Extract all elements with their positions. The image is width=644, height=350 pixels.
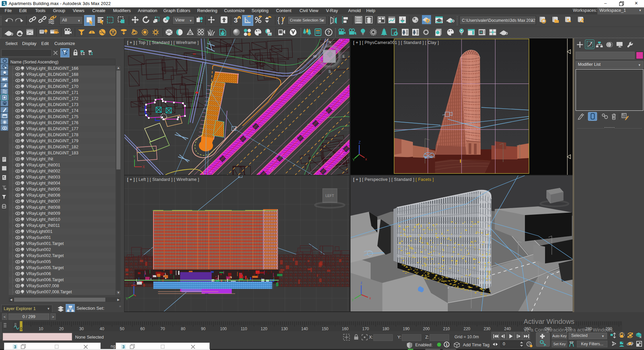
svg-text:Z: Z — [359, 141, 361, 144]
svg-text:Y: Y — [126, 297, 128, 301]
svg-text:150: 150 — [322, 327, 328, 331]
svg-text:Z: Z — [133, 282, 135, 285]
svg-text:E: E — [342, 54, 345, 58]
svg-text:170: 170 — [362, 327, 369, 331]
svg-text:80: 80 — [181, 327, 185, 331]
svg-text:230: 230 — [484, 327, 490, 331]
svg-text:240: 240 — [504, 327, 511, 331]
svg-text:30: 30 — [79, 327, 84, 331]
svg-text:130: 130 — [281, 327, 288, 331]
svg-text:x: x — [369, 296, 371, 300]
svg-text:200: 200 — [423, 327, 430, 331]
svg-text:120: 120 — [261, 327, 267, 331]
svg-text:Y: Y — [353, 158, 355, 162]
svg-text:100: 100 — [220, 327, 227, 331]
svg-text:10: 10 — [39, 327, 43, 331]
svg-text:60: 60 — [140, 327, 145, 331]
svg-text:190: 190 — [403, 327, 410, 331]
svg-text:140: 140 — [301, 327, 308, 331]
svg-text:3: 3 — [14, 345, 16, 349]
svg-text:50: 50 — [120, 327, 124, 331]
svg-text:N: N — [328, 40, 331, 44]
svg-text:Y: Y — [133, 155, 136, 159]
svg-text:LEFT: LEFT — [325, 194, 334, 198]
svg-text:180: 180 — [382, 327, 389, 331]
svg-text:40: 40 — [100, 327, 104, 331]
svg-text:S: S — [328, 69, 331, 73]
svg-text:210: 210 — [443, 327, 450, 331]
svg-text:z: z — [361, 281, 362, 285]
svg-text:x: x — [365, 157, 367, 161]
svg-text:3: 3 — [234, 16, 238, 24]
svg-text:y: y — [352, 298, 354, 301]
svg-text:X: X — [143, 165, 145, 169]
svg-text:160: 160 — [342, 327, 348, 331]
svg-text:220: 220 — [464, 327, 470, 331]
svg-text:3: 3 — [122, 345, 125, 349]
svg-text:20: 20 — [59, 327, 64, 331]
svg-text:W: W — [313, 54, 317, 58]
svg-text:70: 70 — [160, 327, 165, 331]
svg-text:90: 90 — [201, 327, 206, 331]
svg-text:110: 110 — [240, 327, 247, 331]
svg-text:{: { — [277, 16, 280, 24]
svg-text:?: ? — [327, 30, 330, 35]
